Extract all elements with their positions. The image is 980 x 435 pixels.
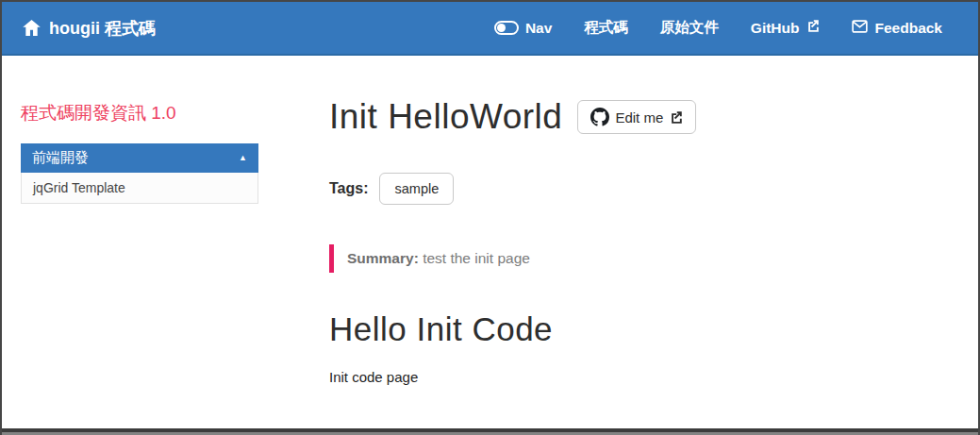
home-icon	[23, 20, 41, 36]
toggle-icon	[494, 21, 519, 35]
nav-item-code[interactable]: 程式碼	[584, 18, 628, 38]
summary-block: Summary: test the init page	[329, 244, 950, 273]
nav-item-label: 程式碼	[584, 18, 628, 38]
nav-item-feedback[interactable]: Feedback	[852, 20, 942, 37]
envelope-icon	[852, 20, 868, 37]
external-link-icon	[806, 19, 820, 37]
nav-item-source-docs[interactable]: 原始文件	[660, 18, 719, 38]
window-bottom-edge	[2, 427, 978, 435]
sidebar-accordion: 前端開發 ▲ jqGrid Template	[21, 143, 258, 204]
tags-row: Tags: sample	[329, 173, 950, 205]
main-content: Init HelloWorld Edit me	[310, 56, 978, 385]
navbar-brand[interactable]: hougii 程式碼	[23, 17, 156, 40]
nav-item-label: Feedback	[874, 20, 942, 37]
nav-item-nav[interactable]: Nav	[494, 20, 552, 37]
nav-item-label: GitHub	[751, 20, 800, 37]
github-icon	[590, 108, 609, 126]
navbar: hougii 程式碼 Nav 程式碼 原始文件 GitHub	[2, 2, 978, 56]
summary-label: Summary:	[347, 250, 419, 266]
accordion-header-frontend[interactable]: 前端開發 ▲	[21, 143, 258, 173]
screenshot-frame: hougii 程式碼 Nav 程式碼 原始文件 GitHub	[0, 0, 980, 435]
external-link-icon	[669, 110, 683, 125]
brand-label: hougii 程式碼	[49, 17, 156, 40]
sidebar-version-title[interactable]: 程式碼開發資訊 1.0	[21, 101, 310, 125]
edit-me-label: Edit me	[615, 109, 663, 125]
navbar-links: Nav 程式碼 原始文件 GitHub	[494, 18, 942, 38]
sidebar-item-jqgrid-template[interactable]: jqGrid Template	[21, 173, 258, 204]
triangle-up-icon: ▲	[239, 154, 247, 162]
summary-value: test the init page	[423, 250, 530, 266]
body-text: Init code page	[329, 369, 950, 385]
tags-label: Tags:	[329, 180, 368, 197]
summary-text: Summary: test the init page	[347, 250, 530, 267]
summary-accent-bar	[329, 244, 334, 273]
nav-item-github[interactable]: GitHub	[751, 19, 821, 37]
title-row: Init HelloWorld Edit me	[329, 97, 950, 137]
nav-item-label: Nav	[525, 20, 552, 37]
sidebar: 程式碼開發資訊 1.0 前端開發 ▲ jqGrid Template	[2, 56, 310, 204]
page-content: 程式碼開發資訊 1.0 前端開發 ▲ jqGrid Template Init …	[2, 56, 978, 385]
nav-item-label: 原始文件	[660, 18, 719, 38]
edit-me-button[interactable]: Edit me	[577, 100, 696, 134]
section-heading: Hello Init Code	[329, 310, 950, 348]
accordion-header-label: 前端開發	[32, 149, 89, 167]
page-title: Init HelloWorld	[329, 97, 562, 137]
tag-sample[interactable]: sample	[379, 173, 454, 205]
